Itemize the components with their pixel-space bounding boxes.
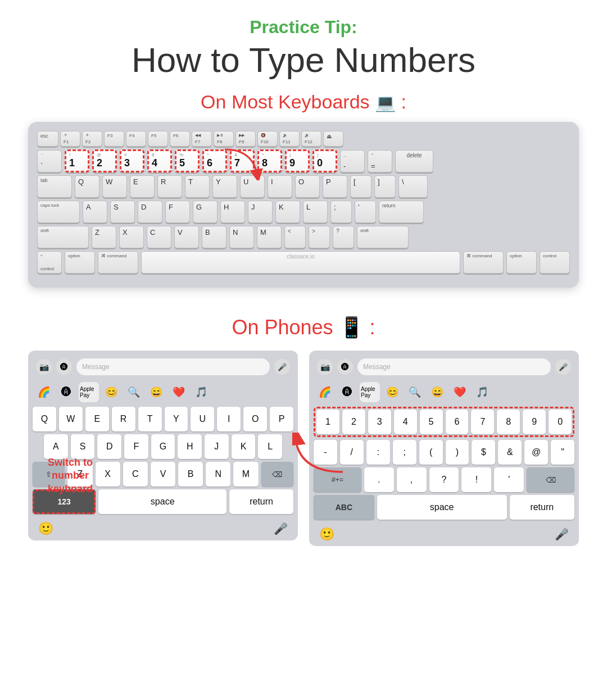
phone-key-k[interactable]: K	[232, 434, 256, 459]
key-x[interactable]: X	[119, 226, 144, 248]
key-equal[interactable]: +=	[368, 150, 392, 172]
emoji-music-r[interactable]: 🎵	[472, 382, 492, 402]
phone-key-e[interactable]: E	[85, 407, 109, 431]
emoji-applepay-r[interactable]: Apple Pay	[360, 382, 380, 402]
key-minus[interactable]: _-	[340, 150, 365, 172]
phone-key-9[interactable]: 9	[523, 410, 546, 434]
key-g[interactable]: G	[193, 201, 218, 223]
key-f[interactable]: F	[165, 201, 190, 223]
key-period[interactable]: >	[309, 226, 330, 248]
emoji-memoji2[interactable]: 😄	[146, 382, 166, 402]
key-h[interactable]: H	[220, 201, 245, 223]
phone-key-o[interactable]: O	[243, 407, 267, 431]
key-t[interactable]: T	[185, 175, 210, 198]
emoji-memoji2-r[interactable]: 😄	[427, 382, 447, 402]
f5-key[interactable]: F5	[148, 131, 168, 147]
key-a[interactable]: A	[83, 201, 107, 223]
emoji-apps-r[interactable]: 🅐	[337, 382, 357, 402]
phone-key-exclaim[interactable]: !	[461, 467, 491, 492]
phone-key-amp[interactable]: &	[498, 440, 522, 465]
f1-key[interactable]: ☀F1	[60, 131, 80, 147]
esc-key[interactable]: esc	[37, 131, 58, 147]
key-u[interactable]: U	[240, 175, 265, 198]
tab-key[interactable]: tab	[37, 175, 72, 198]
key-m[interactable]: M	[257, 226, 282, 248]
phone-key-i[interactable]: I	[217, 407, 241, 431]
emoji-heart[interactable]: ❤️	[169, 382, 189, 402]
key-8[interactable]: *8	[257, 149, 282, 172]
phone-key-quote[interactable]: "	[551, 440, 574, 465]
f4-key[interactable]: F4	[126, 131, 146, 147]
message-bar-left[interactable]: Message	[76, 358, 270, 375]
key-k[interactable]: K	[275, 201, 300, 223]
return-key[interactable]: return	[379, 201, 424, 223]
phone-key-0[interactable]: 0	[549, 410, 572, 434]
key-l[interactable]: L	[303, 201, 328, 223]
key-d[interactable]: D	[138, 201, 162, 223]
phone-key-rparen[interactable]: )	[446, 440, 469, 465]
phone-key-v[interactable]: V	[151, 462, 175, 487]
phone-key-dash[interactable]: -	[314, 440, 337, 465]
key-quote[interactable]: '	[355, 201, 376, 223]
control-right-key[interactable]: control	[540, 251, 570, 274]
key-b[interactable]: B	[202, 226, 227, 248]
f3-key[interactable]: F3	[104, 131, 124, 147]
phone-key-dollar[interactable]: $	[472, 440, 495, 465]
f8-key[interactable]: ▶⏸F8	[214, 131, 234, 147]
emoji-music[interactable]: 🎵	[191, 382, 211, 402]
key-w[interactable]: W	[102, 175, 127, 198]
emoji-icon-right[interactable]: 🙂	[319, 527, 334, 542]
phone-key-w[interactable]: W	[59, 407, 83, 431]
emoji-applepay[interactable]: Apple Pay	[79, 382, 99, 402]
key-o[interactable]: O	[295, 175, 320, 198]
power-key[interactable]: ⏏	[323, 131, 343, 147]
phone-key-3[interactable]: 3	[368, 410, 391, 434]
f2-key[interactable]: ✦F2	[82, 131, 102, 147]
option-right-key[interactable]: option	[506, 251, 537, 274]
phone-key-b[interactable]: B	[178, 462, 203, 487]
key-z[interactable]: Z	[92, 226, 116, 248]
backtick-key[interactable]: ~`	[37, 150, 62, 172]
key-v[interactable]: V	[174, 226, 199, 248]
phone-key-q[interactable]: Q	[33, 407, 56, 431]
phone-key-apostrophe[interactable]: '	[494, 467, 524, 492]
phone-key-4[interactable]: 4	[394, 410, 417, 434]
phone-key-lparen[interactable]: (	[419, 440, 443, 465]
phone-key-at[interactable]: @	[524, 440, 548, 465]
key-semicolon[interactable]: ;	[330, 201, 352, 223]
option-left-key[interactable]: option	[65, 251, 95, 274]
f6-key[interactable]: F6	[170, 131, 190, 147]
f12-key[interactable]: 🔊F12	[301, 131, 321, 147]
key-0[interactable]: )0	[312, 149, 337, 172]
key-bracket-l[interactable]: [	[350, 175, 372, 198]
phone-key-question[interactable]: ?	[429, 467, 459, 492]
key-4[interactable]: $4	[147, 149, 172, 172]
key-7[interactable]: &7	[230, 149, 255, 172]
emoji-search-r[interactable]: 🔍	[405, 382, 425, 402]
key-bracket-r[interactable]: ]	[374, 175, 396, 198]
key-e[interactable]: E	[130, 175, 155, 198]
emoji-icon-left[interactable]: 🙂	[38, 521, 53, 536]
phone-key-r[interactable]: R	[112, 407, 135, 431]
phone-space-key[interactable]: space	[98, 489, 227, 514]
phone-key-l[interactable]: L	[258, 434, 282, 459]
phone-key-j[interactable]: J	[205, 434, 229, 459]
key-backslash[interactable]: \	[398, 175, 428, 198]
key-i[interactable]: I	[268, 175, 292, 198]
key-s[interactable]: S	[110, 201, 135, 223]
phone-key-p[interactable]: P	[270, 407, 293, 431]
shift-left-key[interactable]: shift	[37, 226, 89, 248]
phone-key-7[interactable]: 7	[471, 410, 494, 434]
emoji-photos[interactable]: 🌈	[34, 382, 54, 402]
caps-lock-key[interactable]: caps lock	[37, 201, 80, 223]
phone-key-2[interactable]: 2	[342, 410, 365, 434]
phone-key-semicolon[interactable]: ;	[393, 440, 416, 465]
key-r[interactable]: R	[157, 175, 182, 198]
phone-key-8[interactable]: 8	[497, 410, 520, 434]
key-5[interactable]: %5	[175, 149, 200, 172]
command-right-key[interactable]: ⌘ command	[463, 251, 504, 274]
emoji-heart-r[interactable]: ❤️	[450, 382, 470, 402]
phone-backspace-key[interactable]: ⌫	[261, 462, 293, 487]
emoji-search[interactable]: 🔍	[124, 382, 144, 402]
key-n[interactable]: N	[229, 226, 254, 248]
